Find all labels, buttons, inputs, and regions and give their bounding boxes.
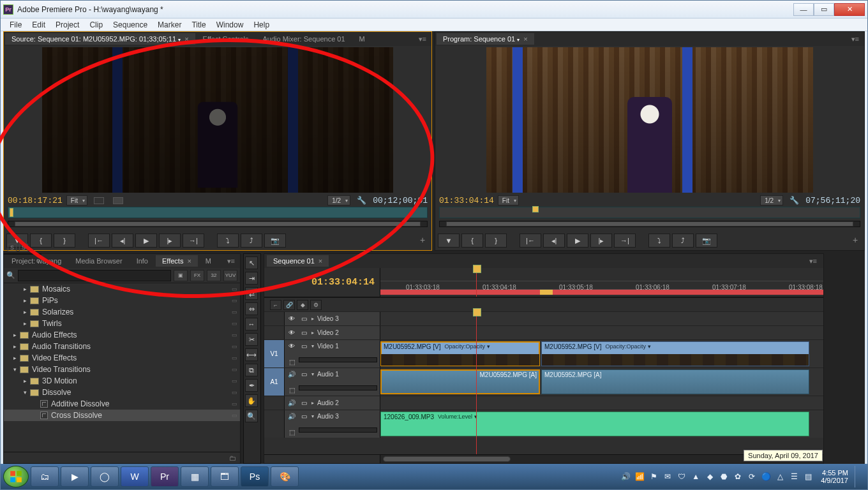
32bit-toggle[interactable]: 32 [207, 270, 221, 281]
markers-tab[interactable]: M [199, 255, 218, 267]
timeline-ruler[interactable]: 01;33;03;18 01;33;04;18 01;33;05;18 01;3… [380, 268, 823, 297]
fx-badge-toggle[interactable]: FX [190, 270, 204, 281]
source-viewer[interactable] [42, 47, 393, 193]
play-button[interactable]: ▶ [135, 234, 157, 248]
disclosure-icon[interactable]: ▸ [11, 343, 18, 350]
zoom-tool[interactable]: 🔍 [245, 410, 258, 422]
speaker-icon[interactable]: 🔊 [287, 369, 296, 378]
track-lane-a1[interactable]: M2U05952.MPG [A] M2U05952.MPG [A] [380, 368, 823, 396]
sync-lock-icon[interactable]: ⬚ [287, 357, 296, 366]
track-header-a3[interactable]: 🔊▭▾Audio 3⬚ [285, 410, 380, 438]
video-clip[interactable]: M2U05952.MPG [V]Opacity:Opacity ▾ [541, 341, 809, 366]
program-scroll-bar[interactable] [439, 221, 860, 227]
menu-title[interactable]: Title [186, 19, 211, 31]
safe-margins-icon[interactable] [94, 197, 104, 204]
menu-clip[interactable]: Clip [84, 19, 108, 31]
go-to-in-button[interactable]: |← [88, 234, 110, 248]
menu-window[interactable]: Window [211, 19, 249, 31]
info-tab[interactable]: Info [130, 255, 154, 267]
taskbar-clock[interactable]: 4:55 PM 4/9/2017 [817, 469, 848, 484]
disclosure-icon[interactable]: ▾ [22, 389, 28, 396]
tray-icon[interactable]: ◆ [705, 471, 715, 482]
source-out-timecode[interactable]: 00;12;00;01 [373, 196, 428, 205]
track-header-a1[interactable]: 🔊▭▾Audio 1⬚ [285, 368, 380, 396]
effects-item[interactable]: Additive Dissolve▭ [4, 398, 240, 410]
source-zoom-dropdown[interactable]: Fit [66, 195, 87, 205]
panel-menu-icon[interactable]: ▾≡ [805, 257, 821, 265]
accel-effects-toggle[interactable]: ▣ [174, 270, 188, 281]
eye-icon[interactable]: 👁 [287, 329, 296, 338]
program-tab[interactable]: Program: Sequence 01 ▾× [437, 33, 534, 45]
disclosure-icon[interactable]: ▸ [22, 286, 28, 292]
track-source-a1[interactable]: A1 [264, 368, 285, 396]
settings-toggle[interactable]: ⚙ [310, 300, 322, 310]
mark-in-button[interactable]: { [30, 234, 52, 248]
volume-icon[interactable]: 🔊 [620, 471, 631, 482]
effects-folder[interactable]: ▸Audio Effects▭ [4, 329, 240, 341]
rolling-edit-tool[interactable]: ⇔ [245, 302, 258, 315]
tray-icon[interactable]: 🛡 [677, 471, 687, 482]
program-in-timecode[interactable]: 01:33:04:14 [439, 196, 494, 205]
selection-tool[interactable]: ↖ [245, 256, 258, 269]
minimize-button[interactable]: — [793, 3, 814, 16]
settings-wrench-icon[interactable]: 🔧 [357, 196, 366, 205]
step-back-button[interactable]: ◂| [112, 234, 133, 248]
effects-item[interactable]: Cross Dissolve▭ [4, 410, 240, 421]
panel-menu-icon[interactable]: ▾≡ [415, 35, 430, 43]
menu-project[interactable]: Project [50, 19, 84, 31]
mark-out-button[interactable]: } [54, 234, 75, 248]
tray-icon[interactable]: ▤ [803, 471, 813, 482]
track-header-v3[interactable]: 👁▭▸Video 3 [285, 312, 380, 325]
track-source-a3[interactable] [264, 410, 285, 438]
effects-folder[interactable]: ▸PiPs▭ [4, 295, 240, 306]
go-to-out-button[interactable]: →| [614, 234, 636, 248]
sync-lock-icon[interactable]: ⬚ [287, 427, 296, 436]
audio-clip[interactable]: M2U05952.MPG [A] [541, 369, 809, 394]
playhead[interactable] [476, 268, 477, 297]
taskbar-paint[interactable]: 🎨 [271, 466, 299, 487]
insert-button[interactable]: ⤵ [217, 234, 239, 248]
solo-toggle[interactable]: S [8, 244, 17, 251]
video-clip[interactable]: M2U05952.MPG [V]Opacity:Opacity ▾ [380, 341, 540, 366]
taskbar-photoshop[interactable]: Ps [241, 466, 269, 487]
mark-out-button[interactable]: } [485, 234, 507, 248]
menu-sequence[interactable]: Sequence [108, 19, 153, 31]
disclosure-icon[interactable]: ▾ [11, 366, 18, 373]
sync-lock-icon[interactable]: ⬚ [287, 385, 296, 394]
menu-edit[interactable]: Edit [27, 19, 50, 31]
eye-icon[interactable]: 👁 [287, 341, 296, 350]
disclosure-icon[interactable]: ▸ [22, 320, 28, 327]
rate-stretch-tool[interactable]: ↔ [245, 318, 258, 330]
tray-icon[interactable]: ⟳ [747, 471, 757, 482]
effects-folder[interactable]: ▸Video Effects▭ [4, 352, 240, 364]
source-in-timecode[interactable]: 00:18:17:21 [8, 196, 63, 205]
marker-toggle[interactable]: ◆ [297, 300, 308, 310]
media-browser-tab[interactable]: Media Browser [69, 255, 128, 267]
eye-icon[interactable]: 👁 [287, 315, 296, 323]
program-viewer[interactable] [486, 47, 813, 193]
button-editor-icon[interactable]: + [849, 234, 862, 246]
lock-icon[interactable]: ▭ [299, 341, 308, 350]
show-desktop-button[interactable] [855, 466, 861, 487]
network-icon[interactable]: 📶 [634, 471, 645, 482]
effects-folder[interactable]: ▸Mosaics▭ [4, 283, 240, 295]
sequence-tab[interactable]: Sequence 01× [267, 255, 329, 267]
program-scrub-bar[interactable] [439, 207, 860, 218]
new-bin-icon[interactable]: 🗀 [229, 454, 236, 462]
slide-tool[interactable]: ⧉ [245, 364, 258, 376]
tray-icon[interactable]: ⬣ [719, 471, 729, 482]
audio-mixer-tab[interactable]: Audio Mixer: Sequence 01 [257, 33, 352, 45]
source-tab[interactable]: Source: Sequence 01: M2U05952.MPG: 01;33… [5, 33, 195, 45]
track-lane-v3[interactable] [380, 312, 823, 325]
add-marker-button[interactable]: ▼ [438, 234, 460, 248]
panel-menu-icon[interactable]: ▾≡ [223, 257, 239, 265]
output-icon[interactable] [113, 197, 123, 204]
effects-folder[interactable]: ▾Video Transitions▭ [4, 364, 240, 375]
track-source-v2[interactable] [264, 326, 285, 339]
tray-icon[interactable]: ✉ [662, 471, 673, 482]
step-forward-button[interactable]: |▸ [159, 234, 181, 248]
source-scroll-bar[interactable] [8, 221, 428, 227]
track-lane-a2[interactable] [380, 396, 823, 410]
track-source-a2[interactable] [264, 396, 285, 410]
effects-folder[interactable]: ▸Twirls▭ [4, 318, 240, 329]
